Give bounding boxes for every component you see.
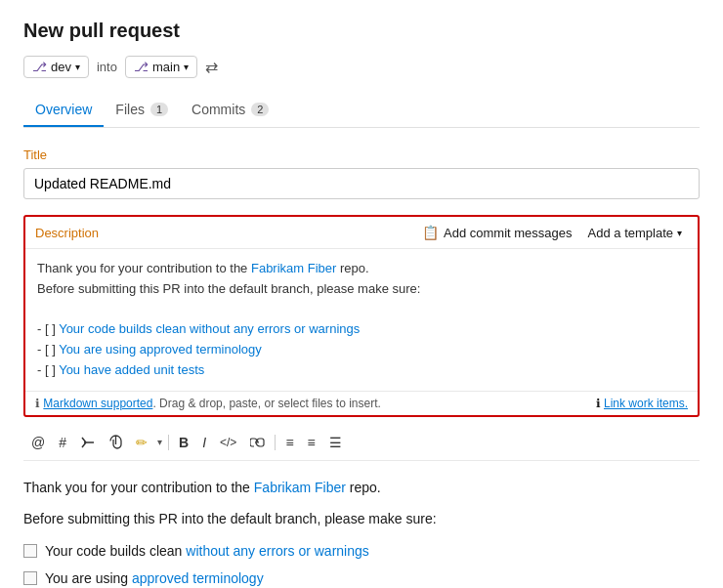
- preview-intro-text-2: repo.: [346, 480, 381, 495]
- toolbar-hash-btn[interactable]: #: [55, 433, 70, 452]
- toolbar-sep-1: [168, 435, 169, 450]
- toolbar-blockquote-btn[interactable]: ≡: [281, 433, 297, 452]
- desc-item-3: - [ ] You have added unit tests: [37, 360, 686, 381]
- tabs-bar: Overview Files 1 Commits 2: [23, 94, 700, 128]
- description-label: Description: [35, 226, 412, 240]
- toolbar-code-btn[interactable]: </>: [216, 434, 240, 451]
- desc-item-2-link[interactable]: You are using approved terminology: [59, 342, 262, 357]
- description-content[interactable]: Thank you for your contribution to the F…: [25, 249, 698, 391]
- markdown-info: ℹ Markdown supported. Drag & drop, paste…: [35, 397, 381, 410]
- page-title: New pull request: [23, 20, 700, 42]
- desc-line-2: Before submitting this PR into the defau…: [37, 279, 686, 300]
- preview-intro-text-1: Thank you for your contribution to the: [23, 480, 254, 495]
- swap-branches-icon[interactable]: ⇄: [205, 58, 218, 76]
- preview-checklist: Your code builds clean without any error…: [23, 540, 700, 588]
- link-icon: [250, 438, 265, 447]
- tab-files-badge: 1: [150, 103, 168, 116]
- commit-icon: 📋: [422, 225, 439, 240]
- link-work-items-btn[interactable]: Link work items.: [604, 397, 688, 410]
- target-branch-label: main: [152, 60, 180, 74]
- toolbar-ordered-list-btn[interactable]: ☰: [325, 433, 346, 452]
- desc-item-1: - [ ] Your code builds clean without any…: [37, 319, 686, 340]
- desc-checklist: - [ ] Your code builds clean without any…: [37, 319, 686, 380]
- target-branch-chevron: ▾: [184, 62, 189, 72]
- add-commit-messages-btn[interactable]: 📋 Add commit messages: [412, 225, 582, 240]
- wiki-icon: [80, 436, 96, 449]
- toolbar-link-btn[interactable]: [246, 436, 269, 449]
- tab-files[interactable]: Files 1: [104, 94, 180, 127]
- branch-selector: ⎇ dev ▾ into ⎇ main ▾ ⇄: [23, 56, 700, 78]
- tab-commits[interactable]: Commits 2: [180, 94, 280, 127]
- description-header: Description 📋 Add commit messages Add a …: [25, 217, 698, 249]
- preview-item-2-text: You are using approved terminology: [45, 567, 264, 588]
- drag-drop-text: . Drag & drop, paste, or select files to…: [152, 397, 380, 410]
- title-label: Title: [23, 147, 700, 162]
- toolbar-attach-btn[interactable]: [106, 433, 126, 451]
- add-commit-messages-label: Add commit messages: [444, 226, 573, 240]
- tab-overview[interactable]: Overview: [23, 94, 104, 127]
- source-branch-btn[interactable]: ⎇ dev ▾: [23, 56, 89, 78]
- toolbar-bold-btn[interactable]: B: [175, 433, 192, 452]
- preview-item-1-link: without any errors or warnings: [186, 543, 369, 559]
- desc-line-1: Thank you for your contribution to the F…: [37, 259, 686, 279]
- desc-item-3-link[interactable]: You have added unit tests: [59, 362, 204, 377]
- preview-fabrikam-link[interactable]: Fabrikam Fiber: [254, 480, 346, 495]
- target-branch-btn[interactable]: ⎇ main ▾: [125, 56, 197, 78]
- desc-item-2: - [ ] You are using approved terminology: [37, 340, 686, 360]
- tab-overview-label: Overview: [35, 102, 92, 117]
- toolbar-sep-2: [275, 435, 276, 450]
- attach-icon: [109, 435, 122, 449]
- toolbar-wiki-btn[interactable]: [76, 434, 100, 451]
- pr-form: Title Description 📋 Add commit messages …: [23, 147, 700, 588]
- add-template-label: Add a template: [588, 226, 673, 240]
- tab-commits-label: Commits: [191, 102, 245, 117]
- add-template-btn[interactable]: Add a template ▾: [582, 226, 688, 240]
- link-work-items-section: ℹ Link work items.: [596, 397, 688, 410]
- markdown-link[interactable]: Markdown supported: [43, 397, 152, 410]
- into-text: into: [97, 60, 117, 74]
- preview-intro: Thank you for your contribution to the F…: [23, 477, 700, 498]
- description-footer: ℹ Markdown supported. Drag & drop, paste…: [25, 391, 698, 415]
- toolbar-italic-btn[interactable]: I: [198, 433, 210, 452]
- preview-item-1-text: Your code builds clean without any error…: [45, 540, 369, 562]
- preview-checklist-item-2: You are using approved terminology: [23, 567, 700, 588]
- preview-section: Thank you for your contribution to the F…: [23, 473, 700, 588]
- checkbox-2[interactable]: [23, 571, 37, 585]
- title-field-group: Title: [23, 147, 700, 215]
- toolbar-highlight-btn[interactable]: ✏: [132, 433, 151, 452]
- toolbar-mention-btn[interactable]: @: [27, 433, 49, 452]
- description-section: Description 📋 Add commit messages Add a …: [23, 215, 700, 417]
- highlight-dropdown-chevron[interactable]: ▾: [157, 437, 162, 447]
- branch-icon-source: ⎇: [32, 60, 47, 74]
- toolbar-unordered-list-btn[interactable]: ≡: [304, 433, 319, 452]
- tab-commits-badge: 2: [251, 103, 269, 116]
- checkbox-1[interactable]: [23, 544, 37, 558]
- tab-files-label: Files: [115, 102, 145, 117]
- branch-icon-target: ⎇: [134, 60, 149, 74]
- formatting-toolbar: @ # ✏ ▾ B I </> ≡ ≡ ☰: [23, 425, 700, 461]
- title-input[interactable]: [23, 168, 700, 199]
- desc-item-1-link[interactable]: Your code builds clean without any error…: [59, 321, 360, 336]
- preview-checklist-item-1: Your code builds clean without any error…: [23, 540, 700, 562]
- preview-item-2-link: approved terminology: [132, 570, 264, 586]
- fabrikam-link-1[interactable]: Fabrikam Fiber: [251, 261, 336, 275]
- source-branch-label: dev: [51, 60, 71, 74]
- source-branch-chevron: ▾: [75, 62, 80, 72]
- preview-subtitle: Before submitting this PR into the defau…: [23, 508, 700, 529]
- add-template-chevron: ▾: [677, 228, 682, 238]
